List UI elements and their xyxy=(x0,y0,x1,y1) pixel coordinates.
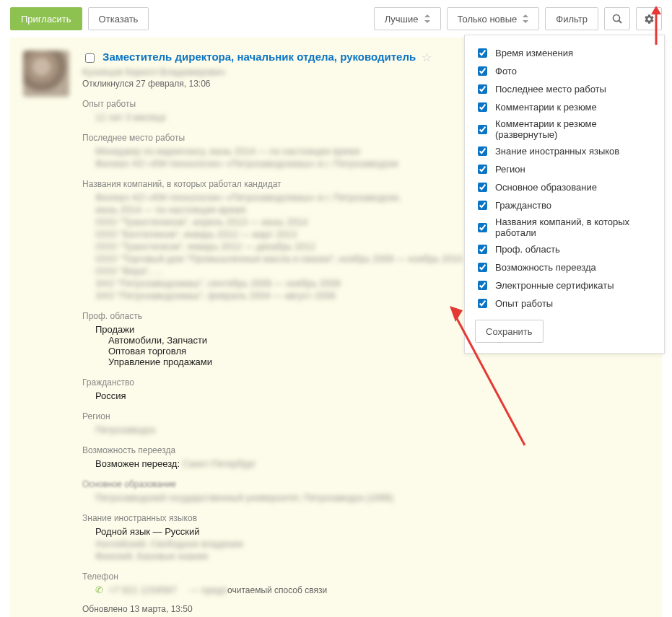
languages-value: Родной язык — Русский xyxy=(82,526,649,537)
settings-checkbox-item[interactable]: Время изменения xyxy=(475,44,654,62)
updated-date: Обновлено 13 марта, 13:50 xyxy=(82,604,649,614)
settings-checkbox-item[interactable]: Основное образование xyxy=(475,178,654,196)
language-blurred: Финский. Базовые знания xyxy=(95,551,208,561)
resume-select-checkbox[interactable] xyxy=(85,53,95,63)
settings-checkbox-item[interactable]: Знание иностранных языков xyxy=(475,142,654,160)
settings-checkbox-item[interactable]: Фото xyxy=(475,62,654,80)
settings-item-label: Последнее место работы xyxy=(495,84,606,95)
citizenship-value: Россия xyxy=(82,390,649,401)
workplace-blurred: Менеджер по маркетингу, июнь 2014 — по н… xyxy=(95,146,360,157)
languages-label: Знание иностранных языков xyxy=(82,513,649,523)
settings-checkbox[interactable] xyxy=(478,263,487,272)
toolbar: Пригласить Отказать Лучшие Только новые … xyxy=(0,0,672,38)
resume-title-link[interactable]: Заместитель директора, начальник отдела,… xyxy=(102,51,416,63)
company-blurred: ЗАО "Петрозаводскмаш", февраль 2004 — ав… xyxy=(95,290,336,301)
settings-item-label: Опыт работы xyxy=(495,298,553,309)
resume-card: Время измененияФотоПоследнее место работ… xyxy=(10,38,662,617)
settings-checkbox[interactable] xyxy=(478,299,487,308)
company-blurred: ООО "Белтелеком", январь 2012 — март 201… xyxy=(95,229,297,240)
settings-checkbox[interactable] xyxy=(478,84,487,94)
decline-button[interactable]: Отказать xyxy=(88,7,149,30)
settings-checkbox[interactable] xyxy=(478,102,487,112)
best-label: Лучшие xyxy=(385,14,419,25)
experience-blurred: 12 лет 3 месяца xyxy=(95,112,165,123)
settings-checkbox[interactable] xyxy=(478,223,487,232)
region-label: Регион xyxy=(82,411,649,421)
phone-preferred-prefix: — предп xyxy=(190,585,227,595)
settings-checkbox[interactable] xyxy=(478,66,487,76)
relocation-city-blurred: Санкт-Петербург xyxy=(183,458,256,469)
settings-checkbox-item[interactable]: Регион xyxy=(475,160,654,178)
region-blurred: Петрозаводск xyxy=(95,424,155,435)
svg-point-0 xyxy=(614,15,620,22)
phone-preferred-suffix: очитаемый способ связи xyxy=(227,585,327,595)
settings-checkbox-item[interactable]: Возможность переезда xyxy=(475,258,654,276)
settings-checkbox-item[interactable]: Последнее место работы xyxy=(475,80,654,98)
phone-blurred: +7 921 1234567 xyxy=(109,585,177,595)
svg-line-1 xyxy=(619,21,622,24)
company-blurred: Филиал АО «КМ-технологии» «Петрозаводскм… xyxy=(95,192,401,203)
settings-item-label: Основное образование xyxy=(495,182,597,193)
settings-checkbox[interactable] xyxy=(478,201,487,210)
relocation-value: Возможен переезд: xyxy=(95,458,180,469)
invite-button[interactable]: Пригласить xyxy=(10,7,82,30)
sort-icon xyxy=(523,14,528,23)
settings-button[interactable] xyxy=(636,7,662,30)
settings-item-label: Гражданство xyxy=(495,200,551,211)
filter-button[interactable]: Фильтр xyxy=(545,7,598,30)
settings-checkbox-item[interactable]: Комментарии к резюме (развернутые) xyxy=(475,116,654,142)
education-blurred: Петрозаводский государственный университ… xyxy=(95,492,393,503)
settings-item-label: Проф. область xyxy=(495,244,560,255)
save-button[interactable]: Сохранить xyxy=(475,320,544,343)
company-blurred: ЗАО "Петрозаводскмаш", сентябрь 2006 — н… xyxy=(95,278,341,289)
language-blurred: Английский. Свободное владение xyxy=(95,538,243,549)
settings-item-label: Фото xyxy=(495,66,517,76)
best-dropdown[interactable]: Лучшие xyxy=(374,7,441,30)
settings-checkbox[interactable] xyxy=(478,146,487,156)
search-button[interactable] xyxy=(604,7,630,30)
gear-icon xyxy=(644,14,655,25)
settings-item-label: Знание иностранных языков xyxy=(495,146,619,157)
settings-checkbox[interactable] xyxy=(478,48,487,58)
column-settings-panel: Время измененияФотоПоследнее место работ… xyxy=(464,35,665,354)
prof-area-item: Управление продажами xyxy=(82,356,649,367)
search-icon xyxy=(612,14,622,24)
education-label: Основное образование xyxy=(82,479,649,489)
settings-checkbox-item[interactable]: Опыт работы xyxy=(475,294,654,312)
settings-checkbox-item[interactable]: Гражданство xyxy=(475,196,654,214)
settings-checkbox[interactable] xyxy=(478,183,487,192)
company-blurred: ООО "Транстелком", январь 2012 — декабрь… xyxy=(95,241,315,252)
settings-item-label: Названия компаний, в которых работали xyxy=(495,216,654,238)
company-blurred: ООО "Торговый дом "Промышленные масла и … xyxy=(95,253,463,264)
settings-checkbox[interactable] xyxy=(478,281,487,290)
settings-item-label: Комментарии к резюме (развернутые) xyxy=(495,118,654,140)
relocation-label: Возможность переезда xyxy=(82,445,649,455)
settings-item-label: Комментарии к резюме xyxy=(495,102,597,113)
citizenship-label: Гражданство xyxy=(82,377,649,388)
settings-checkbox-item[interactable]: Комментарии к резюме xyxy=(475,98,654,116)
phone-icon: ✆ xyxy=(95,585,103,595)
company-blurred: ООО "Вера", … xyxy=(95,266,163,276)
only-new-label: Только новые xyxy=(458,14,518,25)
company-blurred: июнь 2014 — по настоящее время xyxy=(95,204,246,215)
settings-checkbox[interactable] xyxy=(478,125,487,134)
company-blurred: ООО "Транстелеком", апрель 2013 — июнь 2… xyxy=(95,216,307,227)
settings-checkbox-item[interactable]: Проф. область xyxy=(475,240,654,258)
candidate-name-blurred: Кузнецов Кирилл Владимирович xyxy=(82,66,225,77)
settings-checkbox[interactable] xyxy=(478,165,487,174)
phone-label: Телефон xyxy=(82,572,649,582)
settings-checkbox-item[interactable]: Электронные сертификаты xyxy=(475,276,654,294)
sort-icon xyxy=(424,14,430,23)
settings-checkbox[interactable] xyxy=(478,245,487,254)
settings-item-label: Регион xyxy=(495,164,525,175)
workplace-blurred: Филиал АО «КМ-технологии» «Петрозаводскм… xyxy=(95,158,398,169)
settings-checkbox-item[interactable]: Названия компаний, в которых работали xyxy=(475,214,654,240)
avatar xyxy=(23,51,69,97)
settings-item-label: Возможность переезда xyxy=(495,262,596,273)
settings-item-label: Электронные сертификаты xyxy=(495,280,614,291)
only-new-dropdown[interactable]: Только новые xyxy=(447,7,540,30)
settings-item-label: Время изменения xyxy=(495,48,573,58)
favorite-star-icon[interactable]: ☆ xyxy=(422,51,432,64)
